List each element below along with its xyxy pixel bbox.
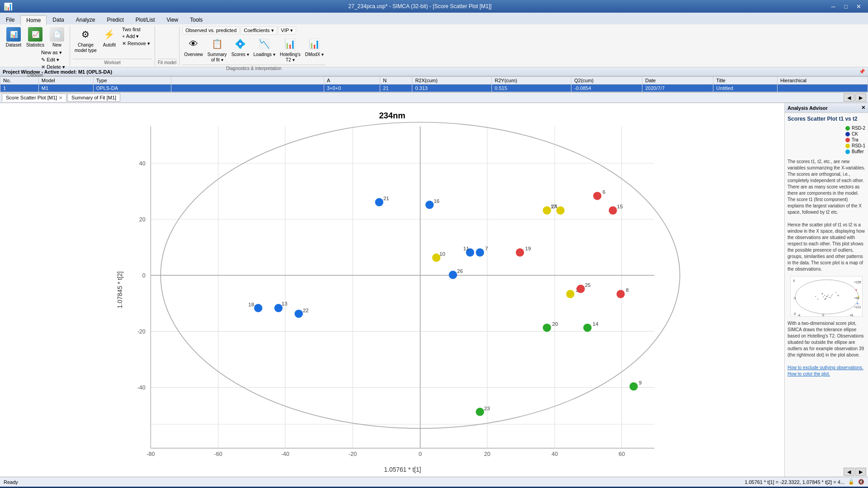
- scatter-plot-svg: 234nm: [0, 103, 784, 477]
- point-19[interactable]: [516, 249, 524, 257]
- svg-point-73: [838, 295, 839, 296]
- tab-score-scatter-plot[interactable]: Score Scatter Plot [M1] ✕: [2, 94, 66, 102]
- advisor-prev-button[interactable]: ◀: [844, 468, 854, 476]
- tab-plotlist[interactable]: Plot/List: [130, 15, 161, 24]
- observed-vs-predicted-button[interactable]: Observed vs. predicted: [182, 26, 240, 34]
- tab-data[interactable]: Data: [47, 15, 70, 24]
- tabs-scroll-left[interactable]: ◀: [844, 94, 854, 102]
- point-21[interactable]: [375, 198, 383, 206]
- point-16[interactable]: [425, 201, 434, 209]
- advisor-link-1[interactable]: How to exclude outlying observations.: [788, 365, 863, 370]
- hotellings-t2-button[interactable]: 📊 Hotelling'sT2 ▾: [278, 36, 302, 64]
- point-9[interactable]: [629, 382, 637, 390]
- statistics-button[interactable]: 📈 Statistics: [24, 26, 46, 49]
- scores-button[interactable]: 💠 Scores ▾: [230, 36, 251, 64]
- advisor-panel: Analysis Advisor ✕ Scores Scatter Plot t…: [784, 103, 868, 477]
- new-as-button[interactable]: New as ▾: [39, 49, 67, 56]
- svg-point-66: [823, 296, 824, 297]
- point-15[interactable]: [609, 206, 617, 215]
- tab-analyze[interactable]: Analyze: [70, 15, 101, 24]
- obs-vs-pred-label: Observed vs. predicted: [185, 28, 236, 33]
- svg-text:-40: -40: [281, 451, 289, 457]
- remove-button[interactable]: ✕ Remove ▾: [120, 40, 152, 47]
- add-button[interactable]: + Add ▾: [120, 33, 152, 40]
- summary-of-fit-button[interactable]: 📋 Summaryof fit ▾: [206, 36, 229, 64]
- point-6[interactable]: [593, 192, 601, 200]
- advisor-link-2[interactable]: How to color the plot.: [788, 371, 830, 376]
- point-7[interactable]: [476, 249, 484, 257]
- point-18[interactable]: [254, 304, 262, 312]
- svg-point-65: [831, 296, 832, 296]
- point-24[interactable]: [556, 206, 564, 215]
- svg-text:10: 10: [439, 251, 445, 257]
- table-row[interactable]: 1 M1 OPLS-DA 3+0+0 21 0.313 0.515 -0.085…: [0, 84, 868, 92]
- svg-point-63: [826, 298, 826, 299]
- advisor-description3: With a two-dimensional score plot, SIMCA…: [785, 319, 868, 379]
- tab-summary-of-fit[interactable]: Summary of Fit [M1]: [67, 94, 120, 102]
- overview-button[interactable]: 👁 Overview: [182, 36, 205, 64]
- tab-tools[interactable]: Tools: [184, 15, 208, 24]
- svg-text:15: 15: [617, 204, 623, 209]
- loadings-button[interactable]: 📉 Loadings ▾: [252, 36, 277, 64]
- point-20[interactable]: [543, 324, 551, 332]
- legend-tra-label: Tra: [852, 137, 859, 142]
- summary-label: Summaryof fit ▾: [208, 52, 227, 63]
- x-axis-labels: -80 -60 -40 -20 0 20 40 60: [146, 451, 625, 457]
- plot-area[interactable]: 234nm: [0, 103, 784, 477]
- point-22[interactable]: [295, 310, 303, 318]
- point-26[interactable]: [449, 271, 457, 279]
- point-17[interactable]: [543, 206, 551, 215]
- fitmodel-group-label: Fit model: [158, 59, 176, 66]
- cell-model: M1: [38, 84, 93, 92]
- tab-summary-label: Summary of Fit [M1]: [71, 95, 116, 100]
- svg-text:-20: -20: [137, 328, 146, 335]
- svg-text:26: 26: [457, 268, 463, 274]
- point-14[interactable]: [583, 324, 591, 332]
- point-8[interactable]: [617, 290, 625, 298]
- point-12[interactable]: [566, 290, 574, 298]
- autofit-button[interactable]: ⚡ Autofit: [99, 26, 119, 49]
- project-window-pin[interactable]: 📌: [859, 69, 865, 75]
- new-button[interactable]: 📄 New: [47, 26, 67, 49]
- tab-predict[interactable]: Predict: [101, 15, 129, 24]
- tab-view[interactable]: View: [160, 15, 184, 24]
- legend-rsd2-dot: [845, 126, 850, 131]
- tab-file[interactable]: File: [0, 15, 20, 24]
- point-23[interactable]: [476, 408, 484, 416]
- status-bar: Ready 1.05761 * t[1] = -22.3322, 1.07845…: [0, 477, 868, 487]
- svg-point-70: [822, 293, 823, 295]
- minimize-button[interactable]: ─: [827, 2, 839, 11]
- svg-text:-20: -20: [349, 451, 357, 457]
- edit-button[interactable]: ✎ Edit ▾: [39, 56, 67, 63]
- close-button[interactable]: ✕: [853, 2, 864, 11]
- svg-text:22: 22: [303, 308, 309, 313]
- remove-label: ✕ Remove ▾: [122, 41, 150, 47]
- tab-score-close[interactable]: ✕: [59, 95, 62, 100]
- vip-button[interactable]: VIP ▾: [278, 26, 297, 35]
- coefficients-button[interactable]: Coefficients ▾: [241, 26, 277, 35]
- svg-text:0: 0: [822, 314, 824, 317]
- svg-point-64: [828, 295, 829, 296]
- svg-text:13: 13: [282, 301, 288, 306]
- svg-text:19: 19: [525, 246, 531, 251]
- advisor-close-icon[interactable]: ✕: [861, 105, 865, 111]
- two-first-button[interactable]: Two first: [120, 26, 152, 33]
- tab-home[interactable]: Home: [20, 15, 47, 25]
- dmodx-button[interactable]: 📊 DModX ▾: [303, 36, 326, 64]
- ribbon-group-fitmodel: Fit model: [156, 26, 179, 66]
- ribbon-tab-bar: File Home Data Analyze Predict Plot/List…: [0, 13, 868, 24]
- col-date: Date: [642, 77, 713, 84]
- diagnostics-group-label: Diagnostics & interpretation: [182, 65, 326, 72]
- legend-ck-dot: [845, 132, 850, 136]
- table-header-row: No. Model Type A N R2X(cum) R2Y(cum) Q2(…: [0, 77, 868, 84]
- advisor-next-button[interactable]: ▶: [855, 468, 866, 476]
- tabs-scroll-right[interactable]: ▶: [855, 94, 866, 102]
- point-25[interactable]: [576, 285, 585, 293]
- svg-point-75: [855, 289, 857, 291]
- dataset-button[interactable]: 📊 Dataset: [4, 26, 24, 49]
- title-bar-left: 📊: [4, 2, 13, 11]
- new-as-label: New as ▾: [41, 50, 62, 56]
- legend-tra-dot: [845, 138, 850, 142]
- maximize-button[interactable]: □: [840, 2, 852, 11]
- change-model-type-button[interactable]: ⚙ Changemodel type: [73, 26, 99, 54]
